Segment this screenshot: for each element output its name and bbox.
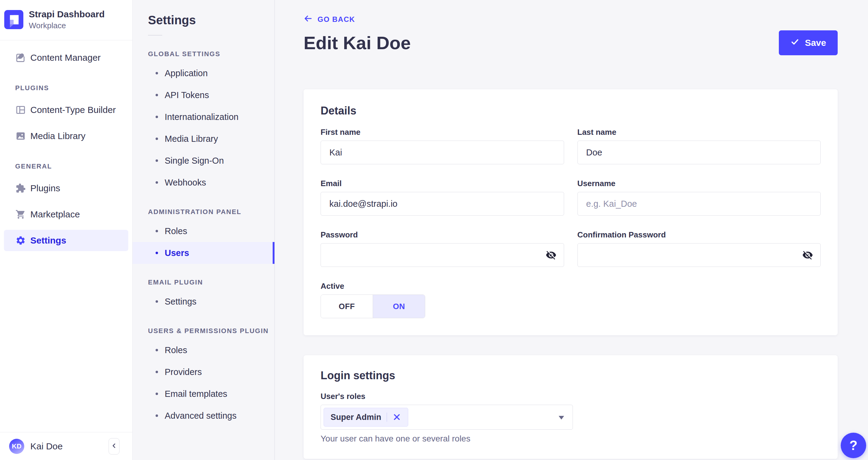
sidebar-item-plugins[interactable]: Plugins [4, 178, 128, 199]
brand[interactable]: Strapi Dashboard Workplace [0, 0, 132, 40]
check-icon [790, 37, 800, 49]
save-label: Save [805, 38, 826, 48]
sidebar-item-media-library[interactable]: Media Library [4, 125, 128, 147]
eye-off-icon[interactable] [802, 249, 813, 261]
sidebar-item-label: Media Library [30, 131, 86, 141]
subnav-item-label: API Tokens [165, 90, 209, 100]
subnav-item-admin-roles[interactable]: Roles [132, 220, 275, 242]
active-toggle-off[interactable]: OFF [321, 295, 373, 318]
subnav-item-api-tokens[interactable]: API Tokens [132, 84, 275, 106]
subnav-title: Settings [132, 0, 275, 27]
image-icon [15, 131, 26, 142]
subnav-item-media-library[interactable]: Media Library [132, 128, 275, 150]
sidebar-section-plugins: PLUGINS [15, 84, 132, 92]
go-back-label: GO BACK [317, 15, 355, 24]
active-label: Active [320, 282, 564, 291]
user-name: Kai Doe [30, 441, 63, 452]
subnav-item-label: Webhooks [165, 178, 206, 188]
subnav-item-up-advanced-settings[interactable]: Advanced settings [132, 405, 275, 427]
password-label: Password [320, 230, 564, 239]
main-content: GO BACK Edit Kai Doe Save Details First … [275, 0, 868, 460]
subnav-section-users-permissions-plugin: USERS & PERMISSIONS PLUGIN [148, 327, 275, 335]
subnav-item-label: Users [165, 248, 189, 258]
confirmation-password-input[interactable] [578, 243, 821, 267]
first-name-input[interactable] [320, 141, 564, 164]
last-name-label: Last name [578, 127, 821, 137]
bullet-icon [156, 94, 158, 96]
subnav-item-email-settings[interactable]: Settings [132, 291, 275, 312]
sidebar-item-marketplace[interactable]: Marketplace [4, 204, 128, 225]
chevron-down-icon [559, 416, 564, 420]
sidebar-item-label: Marketplace [30, 209, 80, 220]
last-name-field-group: Last name [578, 127, 821, 164]
user-roles-select[interactable]: Super Admin ✕ [320, 405, 573, 430]
subnav-section-email-plugin: EMAIL PLUGIN [148, 279, 275, 286]
save-button[interactable]: Save [779, 30, 838, 55]
bullet-icon [156, 252, 158, 254]
active-toggle[interactable]: OFF ON [320, 294, 425, 318]
user-area: KD Kai Doe [0, 432, 132, 460]
subnav-item-internationalization[interactable]: Internationalization [132, 106, 275, 128]
email-field-group: Email [320, 179, 564, 215]
sidebar-item-content-manager[interactable]: Content Manager [4, 47, 128, 68]
subnav-item-label: Media Library [165, 134, 218, 144]
subnav-divider [148, 35, 162, 35]
help-button[interactable]: ? [841, 433, 866, 458]
sidebar-item-settings[interactable]: Settings [4, 230, 128, 251]
puzzle-icon [15, 183, 26, 194]
subnav-item-webhooks[interactable]: Webhooks [132, 172, 275, 194]
eye-off-icon[interactable] [545, 249, 557, 261]
go-back-link[interactable]: GO BACK [304, 14, 355, 25]
details-card-title: Details [320, 105, 821, 117]
remove-role-icon[interactable]: ✕ [393, 412, 401, 422]
bullet-icon [156, 371, 158, 373]
subnav-item-application[interactable]: Application [132, 62, 275, 84]
email-input[interactable] [320, 192, 564, 215]
subnav-item-up-email-templates[interactable]: Email templates [132, 383, 275, 405]
first-name-field-group: First name [320, 127, 564, 164]
user-roles-label: User's roles [320, 392, 821, 401]
subnav-item-label: Email templates [165, 389, 227, 399]
last-name-input[interactable] [578, 141, 821, 164]
subnav-item-label: Advanced settings [165, 411, 237, 421]
active-toggle-on[interactable]: ON [373, 295, 425, 318]
subnav-item-single-sign-on[interactable]: Single Sign-On [132, 150, 275, 172]
bullet-icon [156, 72, 158, 75]
bullet-icon [156, 349, 158, 351]
sidebar-item-label: Plugins [30, 183, 60, 194]
bullet-icon [156, 116, 158, 118]
details-card: Details First name Last name Email Usern… [304, 89, 838, 335]
email-label: Email [320, 179, 564, 188]
subnav-item-up-providers[interactable]: Providers [132, 361, 275, 383]
subnav-item-label: Roles [165, 345, 187, 355]
subnav-item-label: Internationalization [165, 112, 238, 122]
subnav-item-label: Roles [165, 226, 187, 236]
cart-icon [15, 209, 26, 220]
main-sidebar: Strapi Dashboard Workplace Content Manag… [0, 0, 132, 460]
username-label: Username [578, 179, 821, 188]
sidebar-item-label: Settings [30, 235, 66, 246]
role-chip-super-admin: Super Admin ✕ [323, 408, 408, 427]
password-input[interactable] [320, 243, 564, 267]
bullet-icon [156, 414, 158, 417]
bullet-icon [156, 230, 158, 232]
sidebar-item-content-type-builder[interactable]: Content-Type Builder [4, 99, 128, 120]
confirmation-password-field-group: Confirmation Password [578, 230, 821, 267]
sidebar-item-label: Content Manager [30, 53, 101, 63]
sidebar-item-label: Content-Type Builder [30, 105, 116, 115]
subnav-item-label: Settings [165, 297, 196, 307]
feather-icon [15, 52, 26, 63]
bullet-icon [156, 300, 158, 303]
app-title: Strapi Dashboard [29, 9, 105, 20]
subnav-item-label: Providers [165, 367, 202, 377]
subnav-item-up-roles[interactable]: Roles [132, 339, 275, 361]
subnav-item-admin-users[interactable]: Users [132, 242, 275, 264]
sidebar-section-general: GENERAL [15, 163, 132, 170]
username-input[interactable] [578, 192, 821, 215]
sidebar-collapse-button[interactable] [108, 438, 120, 455]
avatar: KD [9, 439, 24, 454]
arrow-left-icon [304, 14, 313, 25]
confirmation-password-label: Confirmation Password [578, 230, 821, 239]
bullet-icon [156, 393, 158, 395]
subnav-section-global-settings: GLOBAL SETTINGS [148, 50, 275, 58]
